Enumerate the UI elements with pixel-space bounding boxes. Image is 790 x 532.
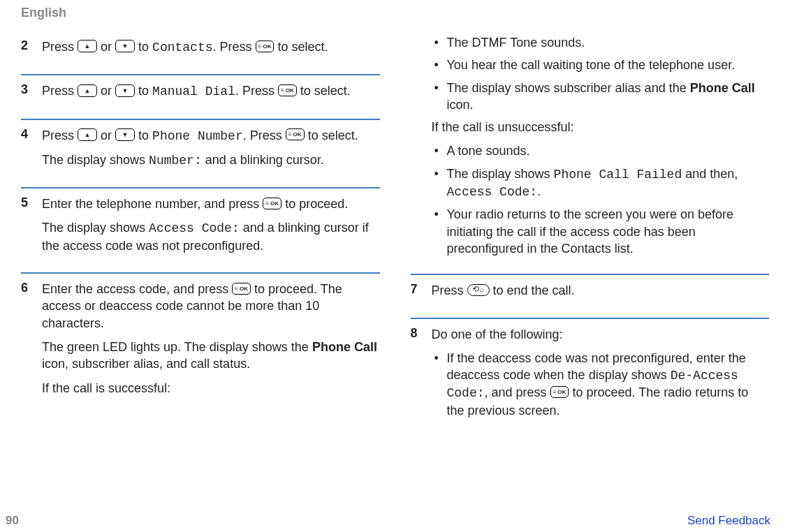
text-fragment: to select. (300, 84, 351, 98)
text-fragment: The display shows (42, 153, 149, 167)
text-fragment: . (537, 184, 541, 198)
unsuccessful-heading: If the call is unsuccessful: (432, 119, 770, 135)
ok-button-icon (232, 283, 251, 295)
step-5-text-2: The display shows Access Code: and a bli… (42, 219, 380, 254)
bullet-tone: A tone sounds. (432, 142, 770, 159)
divider (411, 318, 770, 319)
text-fragment: . Press (243, 128, 286, 142)
page-header-language: English (21, 0, 769, 20)
bullet-dtmf: The DTMF Tone sounds. (432, 34, 770, 51)
nav-down-icon (115, 84, 135, 97)
bullet-failed-display: The display shows Phone Call Failed and … (432, 165, 770, 201)
text-fragment: and then, (682, 167, 738, 181)
failure-bullets: A tone sounds. The display shows Phone C… (432, 142, 770, 257)
display-number-label: Number: (149, 154, 202, 168)
text-fragment: . Press (213, 40, 256, 54)
divider (21, 119, 380, 120)
step-8-intro: Do one of the following: (432, 326, 770, 343)
text-fragment: The display shows subscriber alias and t… (447, 81, 690, 95)
step-3-number: 3 (21, 82, 32, 107)
step-4-number: 4 (21, 127, 32, 177)
bullet-return-screen: Your radio returns to the screen you wer… (432, 206, 770, 257)
step-6-text-1: Enter the access code, and press to proc… (42, 281, 380, 332)
step-3: 3 Press or to Manual Dial. Press to sele… (21, 78, 380, 117)
ok-button-icon (256, 40, 275, 52)
step-8-bullets: If the deaccess code was not preconfigur… (432, 350, 770, 419)
text-fragment: . Press (235, 84, 278, 98)
menu-item-contacts: Contacts (152, 40, 212, 54)
text-fragment: Press (42, 84, 78, 98)
text-fragment: Enter the telephone number, and press (42, 197, 263, 211)
divider (21, 272, 380, 274)
text-fragment: Enter the access code, and press (42, 282, 232, 296)
text-fragment: to end the call. (493, 283, 575, 297)
nav-up-icon (78, 128, 97, 141)
text-fragment: or (101, 84, 115, 98)
step-4: 4 Press or to Phone Number. Press to sel… (21, 123, 380, 186)
text-fragment: The display shows (42, 221, 149, 235)
text-fragment: to proceed. (285, 197, 348, 211)
text-fragment: The green LED lights up. The display sho… (42, 340, 312, 354)
step-5: 5 Enter the telephone number, and press … (21, 191, 380, 271)
text-fragment: or (101, 40, 115, 54)
step-3-text: Press or to Manual Dial. Press to select… (42, 82, 380, 100)
text-fragment: icon. (447, 98, 474, 112)
success-bullets: The DTMF Tone sounds. You hear the call … (432, 34, 770, 113)
text-fragment: Press (42, 40, 78, 54)
menu-item-phone-number: Phone Number (152, 129, 243, 143)
phone-call-icon-label: Phone Call (312, 340, 377, 354)
text-fragment: , and press (485, 385, 550, 399)
end-call-icon (467, 284, 490, 296)
text-fragment: to (138, 40, 152, 54)
text-fragment: icon, subscriber alias, and call status. (42, 357, 250, 371)
text-fragment: to select. (308, 128, 358, 142)
step-6-text-3: If the call is successful: (42, 380, 380, 397)
step-6: 6 Enter the access code, and press to pr… (21, 276, 380, 413)
step-7: 7 Press to end the call. (411, 278, 770, 316)
bullet-display-alias: The display shows subscriber alias and t… (432, 80, 770, 114)
nav-up-icon (78, 84, 97, 97)
nav-down-icon (115, 128, 135, 141)
step-5-text-1: Enter the telephone number, and press to… (42, 195, 380, 212)
right-column: The DTMF Tone sounds. You hear the call … (411, 34, 770, 434)
text-fragment: and a blinking cursor. (202, 153, 324, 167)
step-7-text: Press to end the call. (432, 282, 770, 299)
page-number: 90 (6, 514, 19, 528)
step-4-text-1: Press or to Phone Number. Press to selec… (42, 127, 380, 145)
left-column: 2 Press or to Contacts. Press to select. (21, 34, 380, 434)
step-6-continued: The DTMF Tone sounds. You hear the call … (411, 34, 770, 272)
divider (411, 274, 770, 275)
text-fragment: The display shows (447, 167, 554, 181)
nav-down-icon (115, 40, 135, 52)
text-fragment: Press (42, 128, 78, 142)
bullet-waiting-tone: You hear the call waiting tone of the te… (432, 57, 770, 73)
display-call-failed: Phone Call Failed (554, 168, 682, 182)
text-fragment: to (138, 84, 152, 98)
step-8-number: 8 (411, 326, 422, 424)
nav-up-icon (78, 40, 97, 52)
ok-button-icon (550, 386, 569, 398)
step-7-number: 7 (411, 282, 422, 306)
step-6-text-2: The green LED lights up. The display sho… (42, 339, 380, 373)
divider (21, 74, 380, 75)
text-fragment: to select. (277, 40, 328, 54)
step-8: 8 Do one of the following: If the deacce… (411, 322, 770, 434)
text-fragment: Press (432, 283, 467, 297)
step-5-number: 5 (21, 195, 32, 261)
display-access-code-label: Access Code: (447, 185, 538, 199)
text-fragment: or (101, 128, 115, 142)
step-2-text: Press or to Contacts. Press to select. (42, 38, 380, 56)
ok-button-icon (278, 84, 297, 96)
bullet-deaccess: If the deaccess code was not preconfigur… (432, 350, 770, 419)
step-6-number: 6 (21, 281, 32, 404)
step-2: 2 Press or to Contacts. Press to select. (21, 34, 380, 73)
step-4-text-2: The display shows Number: and a blinking… (42, 152, 380, 169)
ok-button-icon (263, 198, 281, 209)
send-feedback-link[interactable]: Send Feedback (687, 514, 770, 528)
menu-item-manual-dial: Manual Dial (152, 84, 235, 98)
text-fragment: to (138, 128, 152, 142)
divider (21, 187, 380, 189)
step-2-number: 2 (21, 38, 32, 63)
ok-button-icon (286, 128, 305, 140)
phone-call-icon-label: Phone Call (690, 81, 755, 95)
